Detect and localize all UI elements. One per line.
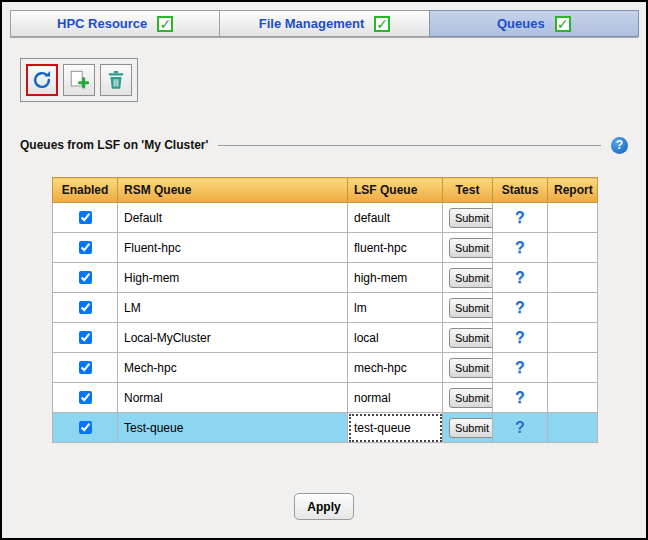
submit-button[interactable]: Submit (449, 208, 493, 228)
col-header-status: Status (493, 178, 548, 203)
table-row[interactable]: Test-queue test-queue Submit ? (53, 413, 598, 443)
queue-table-body: Default default Submit ? Fluent-hpc flue… (53, 203, 598, 443)
tab-label: HPC Resource (57, 16, 147, 31)
submit-button[interactable]: Submit (449, 388, 493, 408)
enabled-cell (53, 413, 118, 443)
col-header-report: Report (548, 178, 598, 203)
test-cell: Submit (443, 413, 493, 443)
enabled-checkbox[interactable] (79, 211, 92, 224)
status-cell: ? (493, 233, 548, 263)
lsf-queue-cell[interactable]: fluent-hpc (348, 233, 443, 263)
status-question-icon: ? (515, 389, 525, 406)
lsf-queue-cell[interactable]: mech-hpc (348, 353, 443, 383)
table-row[interactable]: Normal normal Submit ? (53, 383, 598, 413)
enabled-checkbox[interactable] (79, 301, 92, 314)
submit-button[interactable]: Submit (449, 298, 493, 318)
enabled-checkbox[interactable] (79, 361, 92, 374)
trash-icon (105, 69, 127, 91)
green-check-icon: ✓ (157, 16, 173, 32)
tab-label: Queues (497, 16, 545, 31)
submit-button[interactable]: Submit (449, 358, 493, 378)
table-row[interactable]: Local-MyCluster local Submit ? (53, 323, 598, 353)
report-cell (548, 383, 598, 413)
refresh-queues-button[interactable] (26, 64, 58, 96)
col-header-lsf-queue: LSF Queue (348, 178, 443, 203)
divider-line (218, 145, 601, 146)
rsm-queue-cell[interactable]: Default (118, 203, 348, 233)
lsf-queue-cell[interactable]: high-mem (348, 263, 443, 293)
status-cell: ? (493, 203, 548, 233)
tab-queues[interactable]: Queues ✓ (429, 10, 639, 37)
rsm-queue-cell[interactable]: Fluent-hpc (118, 233, 348, 263)
report-cell (548, 203, 598, 233)
add-queue-button[interactable] (63, 64, 95, 96)
green-check-icon: ✓ (555, 16, 571, 32)
report-cell (548, 293, 598, 323)
section-title: Queues from LSF on 'My Cluster' (20, 138, 208, 152)
test-cell: Submit (443, 383, 493, 413)
table-row[interactable]: Default default Submit ? (53, 203, 598, 233)
enabled-checkbox[interactable] (79, 241, 92, 254)
rsm-queue-cell[interactable]: Normal (118, 383, 348, 413)
rsm-queue-cell[interactable]: LM (118, 293, 348, 323)
apply-button[interactable]: Apply (294, 493, 354, 520)
submit-button[interactable]: Submit (449, 328, 493, 348)
section-header: Queues from LSF on 'My Cluster' ? (20, 136, 628, 154)
lsf-queue-cell[interactable]: local (348, 323, 443, 353)
tab-hpc-resource[interactable]: HPC Resource ✓ (10, 10, 220, 37)
tab-label: File Management (259, 16, 364, 31)
enabled-checkbox[interactable] (79, 391, 92, 404)
table-row[interactable]: Fluent-hpc fluent-hpc Submit ? (53, 233, 598, 263)
enabled-cell (53, 383, 118, 413)
footer: Apply (2, 493, 646, 520)
enabled-cell (53, 233, 118, 263)
enabled-cell (53, 293, 118, 323)
rsm-queue-cell[interactable]: Mech-hpc (118, 353, 348, 383)
col-header-enabled: Enabled (53, 178, 118, 203)
rsm-queue-cell[interactable]: Local-MyCluster (118, 323, 348, 353)
rsm-queue-cell[interactable]: High-mem (118, 263, 348, 293)
test-cell: Submit (443, 323, 493, 353)
enabled-checkbox[interactable] (79, 331, 92, 344)
status-question-icon: ? (515, 419, 525, 436)
enabled-checkbox[interactable] (79, 421, 92, 434)
tab-bar: HPC Resource ✓ File Management ✓ Queues … (10, 10, 638, 38)
tab-file-management[interactable]: File Management ✓ (219, 10, 429, 37)
lsf-queue-cell[interactable]: lm (348, 293, 443, 323)
table-row[interactable]: High-mem high-mem Submit ? (53, 263, 598, 293)
test-cell: Submit (443, 233, 493, 263)
green-check-icon: ✓ (374, 16, 390, 32)
status-cell: ? (493, 293, 548, 323)
report-cell (548, 323, 598, 353)
test-cell: Submit (443, 203, 493, 233)
enabled-cell (53, 353, 118, 383)
help-icon[interactable]: ? (611, 137, 628, 154)
test-cell: Submit (443, 263, 493, 293)
lsf-queue-cell[interactable]: normal (348, 383, 443, 413)
enabled-cell (53, 263, 118, 293)
table-row[interactable]: Mech-hpc mech-hpc Submit ? (53, 353, 598, 383)
status-cell: ? (493, 353, 548, 383)
lsf-queue-cell[interactable]: default (348, 203, 443, 233)
submit-button[interactable]: Submit (449, 268, 493, 288)
delete-queue-button[interactable] (100, 64, 132, 96)
submit-button[interactable]: Submit (449, 238, 493, 258)
status-question-icon: ? (515, 329, 525, 346)
report-cell (548, 233, 598, 263)
status-cell: ? (493, 383, 548, 413)
table-row[interactable]: LM lm Submit ? (53, 293, 598, 323)
rsm-queue-cell[interactable]: Test-queue (118, 413, 348, 443)
submit-button[interactable]: Submit (449, 418, 493, 438)
status-question-icon: ? (515, 239, 525, 256)
table-header-row: Enabled RSM Queue LSF Queue Test Status … (53, 178, 598, 203)
enabled-checkbox[interactable] (79, 271, 92, 284)
status-question-icon: ? (515, 359, 525, 376)
refresh-icon (31, 69, 53, 91)
status-cell: ? (493, 413, 548, 443)
add-document-icon (68, 69, 90, 91)
status-cell: ? (493, 263, 548, 293)
lsf-queue-cell[interactable]: test-queue (348, 413, 443, 443)
test-cell: Submit (443, 293, 493, 323)
test-cell: Submit (443, 353, 493, 383)
queues-table: Enabled RSM Queue LSF Queue Test Status … (52, 177, 598, 443)
